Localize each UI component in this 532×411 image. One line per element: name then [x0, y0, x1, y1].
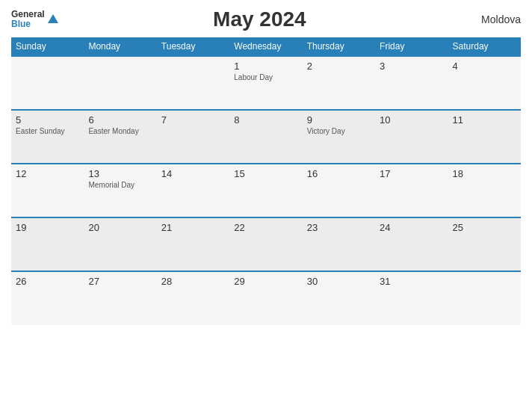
day-number: 14 [161, 168, 225, 179]
day-header-tuesday: Tuesday [157, 37, 229, 56]
calendar-cell: 21 [157, 217, 229, 271]
calendar-cell: 22 [229, 217, 302, 271]
day-number: 7 [161, 114, 225, 126]
calendar-cell: 8 [229, 110, 302, 164]
day-number: 10 [380, 114, 443, 126]
holiday-label: Memorial Day [88, 181, 152, 189]
calendar-cell: 6Easter Monday [84, 110, 156, 164]
week-row-3: 19202122232425 [11, 217, 521, 271]
calendar-cell: 25 [448, 217, 521, 271]
day-number: 6 [88, 114, 152, 126]
calendar-cell: 26 [11, 271, 84, 325]
day-number: 1 [234, 61, 297, 72]
day-number: 13 [88, 168, 152, 179]
day-number: 25 [453, 222, 516, 233]
day-number: 30 [307, 276, 371, 287]
calendar-cell [448, 271, 521, 325]
day-header-monday: Monday [84, 37, 156, 56]
calendar-title: May 2024 [58, 7, 461, 31]
calendar-cell: 17 [375, 164, 448, 217]
week-row-1: 5Easter Sunday6Easter Monday789Victory D… [11, 110, 521, 164]
day-number: 5 [16, 114, 79, 126]
calendar-cell: 24 [375, 217, 448, 271]
calendar-cell: 23 [303, 217, 375, 271]
header: General Blue May 2024 Moldova [11, 7, 521, 31]
calendar-cell: 5Easter Sunday [11, 110, 84, 164]
holiday-label: Labour Day [234, 73, 297, 81]
calendar-cell: 2 [303, 56, 375, 110]
calendar-cell [84, 56, 156, 110]
day-number: 18 [453, 168, 516, 179]
calendar-cell: 28 [157, 271, 229, 325]
calendar-cell [157, 56, 229, 110]
calendar-cell: 20 [84, 217, 156, 271]
calendar-cell: 30 [303, 271, 375, 325]
day-number: 27 [88, 276, 152, 287]
calendar-cell: 11 [448, 110, 521, 164]
day-number: 15 [234, 168, 297, 179]
day-number: 23 [307, 222, 371, 233]
day-number: 9 [307, 114, 371, 126]
week-row-4: 262728293031 [11, 271, 521, 325]
calendar-cell: 15 [229, 164, 302, 217]
days-of-week-row: SundayMondayTuesdayWednesdayThursdayFrid… [11, 37, 521, 56]
day-number: 29 [234, 276, 297, 287]
calendar-cell: 31 [375, 271, 448, 325]
calendar-cell: 19 [11, 217, 84, 271]
day-header-wednesday: Wednesday [229, 37, 302, 56]
day-number: 11 [453, 114, 516, 126]
day-number: 31 [380, 276, 443, 287]
calendar-header: SundayMondayTuesdayWednesdayThursdayFrid… [11, 37, 521, 56]
calendar-cell: 3 [375, 56, 448, 110]
day-number: 12 [16, 168, 79, 179]
calendar-cell: 9Victory Day [303, 110, 375, 164]
day-number: 20 [88, 222, 152, 233]
holiday-label: Easter Monday [88, 127, 152, 135]
day-number: 17 [380, 168, 443, 179]
logo-text: General Blue [11, 10, 45, 29]
calendar-cell: 29 [229, 271, 302, 325]
logo-blue-text: Blue [11, 19, 45, 29]
calendar-cell [11, 56, 84, 110]
calendar-cell: 14 [157, 164, 229, 217]
page: General Blue May 2024 Moldova SundayMond… [0, 0, 532, 411]
day-number: 22 [234, 222, 297, 233]
day-number: 26 [16, 276, 79, 287]
calendar-body: 1Labour Day2345Easter Sunday6Easter Mond… [11, 56, 521, 325]
holiday-label: Victory Day [307, 127, 371, 135]
day-number: 3 [380, 61, 443, 72]
calendar-cell: 27 [84, 271, 156, 325]
calendar-cell: 18 [448, 164, 521, 217]
calendar-cell: 10 [375, 110, 448, 164]
day-header-sunday: Sunday [11, 37, 84, 56]
calendar-table: SundayMondayTuesdayWednesdayThursdayFrid… [11, 37, 521, 325]
day-header-saturday: Saturday [448, 37, 521, 56]
day-header-thursday: Thursday [303, 37, 375, 56]
day-number: 4 [453, 61, 516, 72]
holiday-label: Easter Sunday [16, 127, 79, 135]
calendar-cell: 13Memorial Day [84, 164, 156, 217]
logo: General Blue [11, 10, 58, 29]
calendar-cell: 12 [11, 164, 84, 217]
day-number: 19 [16, 222, 79, 233]
week-row-0: 1Labour Day234 [11, 56, 521, 110]
calendar-cell: 1Labour Day [229, 56, 302, 110]
day-number: 16 [307, 168, 371, 179]
day-number: 28 [161, 276, 225, 287]
country-label: Moldova [461, 13, 521, 25]
day-header-friday: Friday [375, 37, 448, 56]
logo-triangle-icon [48, 14, 58, 23]
day-number: 24 [380, 222, 443, 233]
calendar-cell: 7 [157, 110, 229, 164]
week-row-2: 1213Memorial Day1415161718 [11, 164, 521, 217]
day-number: 2 [307, 61, 371, 72]
day-number: 21 [161, 222, 225, 233]
calendar-cell: 4 [448, 56, 521, 110]
calendar-cell: 16 [303, 164, 375, 217]
day-number: 8 [234, 114, 297, 126]
